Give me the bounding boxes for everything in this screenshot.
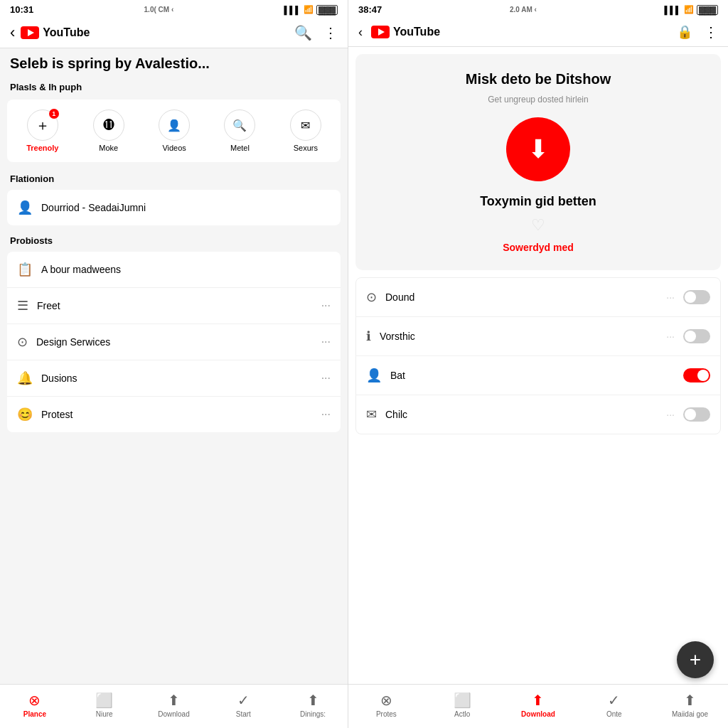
download-heart-icon[interactable]: ♡ (531, 216, 545, 235)
list-item-icon-dusions: 🔔 (17, 370, 33, 386)
settings-more-dound: ··· (666, 291, 675, 303)
chip-moke[interactable]: ⓫ Moke (93, 109, 124, 152)
youtube-icon-left (21, 26, 39, 39)
list-item-text-freet: Freet (37, 300, 313, 311)
content-right: Misk deto be Ditshow Get ungreup dosted … (348, 47, 728, 684)
nav-icon-protes: ⊗ (380, 692, 392, 709)
chip-label-sexurs: Sexurs (294, 144, 318, 152)
nav-icon-actlo: ⬜ (454, 692, 471, 709)
download-card-sub: Get ungreup dosted hirlein (488, 95, 588, 105)
nav-actlo[interactable]: ⬜ Actlo (424, 689, 500, 721)
page-title-left: Seleb is spring by Avalestio... (0, 48, 348, 75)
status-icons-right: ▌▌▌ 📶 ▓▓▓ (665, 5, 718, 15)
section1-card: 👤 Dourriod - SeadaiJumni (7, 190, 341, 225)
list-item-design[interactable]: ⊙ Design Serwices ··· (7, 324, 341, 360)
list-item-text-dusions: Dusions (41, 373, 313, 384)
nav-icon-start: ✓ (237, 692, 250, 709)
toggle-chilc[interactable] (683, 407, 710, 422)
bottom-nav-left: ⊗ Plance ⬜ Niure ⬆ Download ✓ Start ⬆ Di… (0, 684, 348, 728)
settings-icon-bat: 👤 (366, 368, 382, 383)
chip-badge-treenoly: 1 (49, 109, 59, 119)
nav-plance[interactable]: ⊗ Plance (0, 689, 70, 721)
youtube-logo-right: YouTube (371, 26, 440, 38)
settings-icon-dound: ⊙ (366, 289, 377, 305)
list-item-freet[interactable]: ☰ Freet ··· (7, 288, 341, 324)
download-icon-circle[interactable]: ⬇ (506, 117, 570, 181)
settings-text-dound: Dound (385, 291, 658, 303)
list-item-text-0: Dourriod - SeadaiJumni (41, 202, 331, 213)
settings-dound[interactable]: ⊙ Dound ··· (356, 278, 720, 317)
wifi-icon-right: 📶 (684, 5, 694, 14)
nav-icon-download-right: ⬆ (532, 692, 544, 709)
right-wrapper: Misk deto be Ditshow Get ungreup dosted … (348, 47, 728, 728)
list-item-more-protest: ··· (321, 408, 331, 421)
chips-container: ＋ 1 Treenoly ⓫ Moke 👤 Videos 🔍 (7, 100, 341, 162)
app-bar-right: ‹ YouTube 🔒 ⋮ (348, 18, 728, 47)
lock-button-right[interactable]: 🔒 (677, 24, 692, 40)
chip-videos[interactable]: 👤 Videos (159, 109, 190, 152)
section2-label: Probiosts (0, 228, 348, 249)
nav-icon-maiidai: ⬆ (684, 692, 696, 709)
list-item-protest[interactable]: 😊 Protest ··· (7, 397, 341, 432)
back-button-left[interactable]: ‹ (10, 23, 15, 42)
nav-onte[interactable]: ✓ Onte (576, 689, 652, 721)
download-link[interactable]: Sowerdyd med (503, 242, 574, 253)
status-info-left: 1.0( CM ‹ (144, 6, 174, 14)
back-button-right[interactable]: ‹ (358, 25, 363, 40)
list-item-icon-freet: ☰ (17, 298, 28, 314)
download-arrow-icon: ⬇ (528, 136, 549, 162)
more-button-right[interactable]: ⋮ (704, 23, 718, 41)
list-item-text-design: Design Serwices (36, 336, 313, 348)
battery-icon-left: ▓▓▓ (316, 5, 338, 15)
list-item-more-design: ··· (321, 336, 331, 348)
settings-chilc[interactable]: ✉ Chilc ··· (356, 395, 720, 434)
battery-icon-right: ▓▓▓ (697, 5, 718, 15)
toggle-bat[interactable] (683, 368, 710, 382)
nav-maiidai[interactable]: ⬆ Maiidai goe (652, 689, 728, 721)
nav-label-actlo: Actlo (454, 710, 470, 718)
nav-icon-niure: ⬜ (95, 692, 113, 709)
content-left: Seleb is spring by Avalestio... Plasls &… (0, 48, 348, 684)
list-item-icon-amour: 📋 (17, 262, 33, 277)
bottom-nav-right: ⊗ Protes ⬜ Actlo ⬆ Download ✓ Onte ⬆ Mai… (348, 684, 728, 728)
nav-download-right[interactable]: ⬆ Download (500, 689, 577, 721)
list-item-amour[interactable]: 📋 A bour madweens (7, 252, 341, 288)
chip-label-videos: Videos (162, 144, 186, 152)
download-name: Toxymin gid betten (480, 194, 596, 209)
youtube-logo-left: YouTube (21, 26, 90, 39)
chip-metel[interactable]: 🔍 Metel (224, 109, 255, 152)
nav-start[interactable]: ✓ Start (208, 689, 278, 721)
list-item-section1-0[interactable]: 👤 Dourriod - SeadaiJumni (7, 190, 341, 225)
settings-icon-vorsthic: ℹ (366, 328, 371, 344)
youtube-text-right: YouTube (393, 26, 440, 38)
toggle-vorsthic[interactable] (683, 329, 710, 343)
list-item-dusions[interactable]: 🔔 Dusions ··· (7, 360, 341, 397)
status-bar-right: 38:47 2.0 AM ‹ ▌▌▌ 📶 ▓▓▓ (348, 0, 728, 18)
phone-left: 10:31 1.0( CM ‹ ▌▌▌ 📶 ▓▓▓ ‹ YouTube 🔍 ⋮ … (0, 0, 348, 728)
settings-vorsthic[interactable]: ℹ Vorsthic ··· (356, 317, 720, 356)
fab-button[interactable]: + (677, 641, 714, 678)
section2-card: 📋 A bour madweens ☰ Freet ··· ⊙ Design S… (7, 252, 341, 432)
chip-sexurs[interactable]: ✉ Sexurs (290, 109, 321, 152)
nav-download-left[interactable]: ⬆ Download (139, 689, 209, 721)
list-item-more-dusions: ··· (321, 372, 331, 385)
chip-label-treenoly: Treenoly (26, 144, 58, 152)
nav-niure[interactable]: ⬜ Niure (70, 689, 139, 721)
play-icon-left (28, 29, 34, 36)
status-time-right: 38:47 (358, 4, 382, 15)
signal-icon-left: ▌▌▌ (284, 6, 301, 14)
nav-dinings[interactable]: ⬆ Dinings: (278, 689, 348, 721)
toggle-dound[interactable] (683, 290, 710, 304)
nav-protes[interactable]: ⊗ Protes (348, 689, 424, 721)
list-item-icon-design: ⊙ (17, 334, 28, 350)
chip-treenoly[interactable]: ＋ 1 Treenoly (26, 109, 58, 152)
nav-label-download-right: Download (521, 710, 555, 718)
more-button-left[interactable]: ⋮ (323, 24, 338, 41)
chip-icon-treenoly: ＋ (36, 116, 50, 135)
settings-bat[interactable]: 👤 Bat (356, 356, 720, 395)
settings-text-vorsthic: Vorsthic (380, 331, 658, 342)
chip-label-moke: Moke (99, 144, 118, 152)
search-button-left[interactable]: 🔍 (294, 24, 312, 41)
nav-label-plance: Plance (23, 710, 46, 718)
status-icons-left: ▌▌▌ 📶 ▓▓▓ (284, 5, 338, 15)
